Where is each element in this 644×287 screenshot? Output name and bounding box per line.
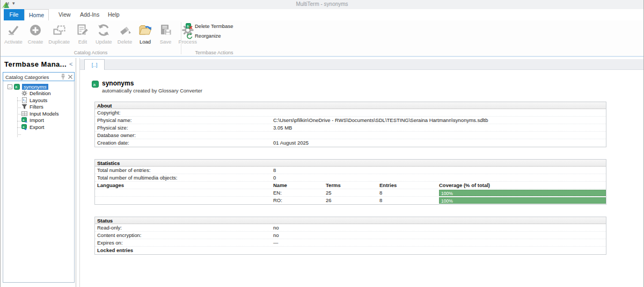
export-icon: a: [21, 124, 27, 130]
update-icon: [96, 23, 111, 38]
catalog-tree: - a synonyms Definition: [3, 83, 74, 131]
ribbon-tabstrip: File Home View Add-Ins Help: [1, 9, 643, 20]
tree-item-import[interactable]: a Import: [3, 117, 74, 124]
save-button[interactable]: Save: [156, 21, 176, 45]
about-table: About Copyright: Physical name:C:\Users\…: [94, 102, 606, 147]
svg-text:a: a: [187, 24, 189, 27]
reorganize-button[interactable]: Reorganize: [186, 32, 233, 40]
catalog-categories-header[interactable]: Catalog Categories: [3, 72, 75, 81]
save-icon: [158, 23, 173, 38]
tab-file[interactable]: File: [4, 9, 24, 20]
delete-icon: [118, 23, 133, 38]
statistics-table-header: Statistics: [95, 160, 606, 167]
ribbon: Activate Create Duplicate: [1, 20, 643, 57]
termbase-icon: a: [14, 84, 20, 90]
close-pane-icon[interactable]: [68, 74, 73, 80]
termbase-management-sidebar: Termbase Mana... < Catalog Categories -: [1, 58, 76, 287]
document-tab[interactable]: [..]: [84, 59, 105, 70]
table-row: Read-only:no: [95, 224, 606, 232]
tab-help[interactable]: Help: [101, 9, 126, 20]
pin-icon[interactable]: [60, 74, 66, 80]
catalog-categories-pane: Catalog Categories - a synonyms: [3, 72, 75, 283]
duplicate-icon: [52, 23, 67, 38]
tree-item-export[interactable]: a Export: [3, 124, 74, 131]
languages-header-row: Languages Name Terms Entries Coverage (%…: [95, 182, 606, 189]
coverage-bar: 100%: [439, 197, 606, 204]
termbase-header-icon: a: [92, 81, 99, 88]
table-row: Creation date:01 August 2025: [95, 139, 606, 147]
table-row: Physical size:3.05 MB: [95, 124, 606, 132]
table-row: Copyright:: [95, 109, 606, 117]
about-table-header: About: [95, 102, 606, 109]
delete-termbase-icon: a: [186, 23, 193, 30]
catalog-categories-title: Catalog Categories: [5, 74, 49, 80]
activate-button[interactable]: Activate: [2, 21, 25, 45]
termbase-title: synonyms: [102, 80, 134, 87]
load-button[interactable]: Load: [135, 21, 156, 45]
layouts-icon: [21, 97, 27, 103]
coverage-bar: 100%: [439, 190, 606, 196]
title-bar: M ▾ MultiTerm - synonyms: [1, 0, 643, 9]
status-table: Status Read-only:no Content encryption:n…: [94, 217, 606, 255]
language-row-ro: RO: 26 8 100%: [95, 197, 606, 204]
main-content: [..] a synonyms automatically created by…: [80, 58, 644, 287]
group-label-catalog-actions: Catalog Actions: [2, 50, 180, 55]
import-icon: a: [21, 117, 27, 123]
table-row: Content encryption:no: [95, 232, 606, 239]
load-icon: [138, 23, 153, 38]
window-title: MultiTerm - synonyms: [1, 1, 643, 7]
tree-item-filters[interactable]: Filters: [3, 104, 74, 111]
collapse-sidebar-icon[interactable]: <: [69, 61, 72, 67]
group-label-termbase-actions: Termbase Actions: [181, 50, 247, 55]
table-row: Expires on:—: [95, 239, 606, 247]
tree-item-synonyms[interactable]: - a synonyms: [3, 83, 74, 90]
multiterm-window: M ▾ MultiTerm - synonyms File Home View …: [0, 0, 644, 287]
statistics-table: Statistics Total number of entries:8 Tot…: [94, 159, 606, 205]
table-row: Physical name:C:\Users\pfilkin\OneDrive …: [95, 117, 606, 124]
edit-icon: [75, 23, 90, 38]
ribbon-group-termbase-actions: a Delete Termbase Reorganize Termbase Ac…: [181, 20, 247, 56]
create-button[interactable]: Create: [25, 21, 46, 45]
update-button[interactable]: Update: [93, 21, 115, 45]
document-tabstrip: [..]: [80, 59, 644, 70]
delete-button[interactable]: Delete: [115, 21, 135, 45]
svg-text:a: a: [93, 82, 96, 87]
tree-expander-icon[interactable]: -: [8, 84, 12, 89]
filter-funnel-icon: [21, 104, 27, 110]
termbase-subtitle: automatically created by Glossary Conver…: [102, 88, 202, 94]
table-row: Total number of entries:8: [95, 167, 606, 174]
create-icon: [28, 23, 43, 38]
sidebar-title: Termbase Mana...: [4, 60, 67, 68]
input-models-icon: [21, 111, 27, 117]
svg-text:a: a: [15, 85, 17, 89]
tab-home[interactable]: Home: [24, 9, 49, 20]
tree-item-layouts[interactable]: Layouts: [3, 97, 74, 104]
ribbon-group-catalog-actions: Activate Create Duplicate: [2, 20, 180, 56]
definition-gear-icon: [21, 90, 27, 96]
activate-icon: [6, 23, 21, 38]
delete-termbase-button[interactable]: a Delete Termbase: [186, 22, 233, 30]
duplicate-button[interactable]: Duplicate: [46, 21, 72, 45]
tree-item-definition[interactable]: Definition: [3, 90, 74, 97]
table-row: Total number of multimedia objects:0: [95, 174, 606, 182]
reorganize-icon: [186, 33, 193, 39]
status-table-header: Status: [95, 217, 606, 224]
language-row-en: EN: 25 8 100%: [95, 189, 606, 197]
tree-item-label: synonyms: [22, 84, 48, 90]
app-body: Termbase Mana... < Catalog Categories -: [1, 58, 643, 287]
tree-item-input-models[interactable]: Input Models: [3, 110, 74, 117]
table-row: Database owner:: [95, 132, 606, 139]
edit-button[interactable]: Edit: [72, 21, 93, 45]
locked-entries-row: Locked entries: [95, 247, 606, 254]
